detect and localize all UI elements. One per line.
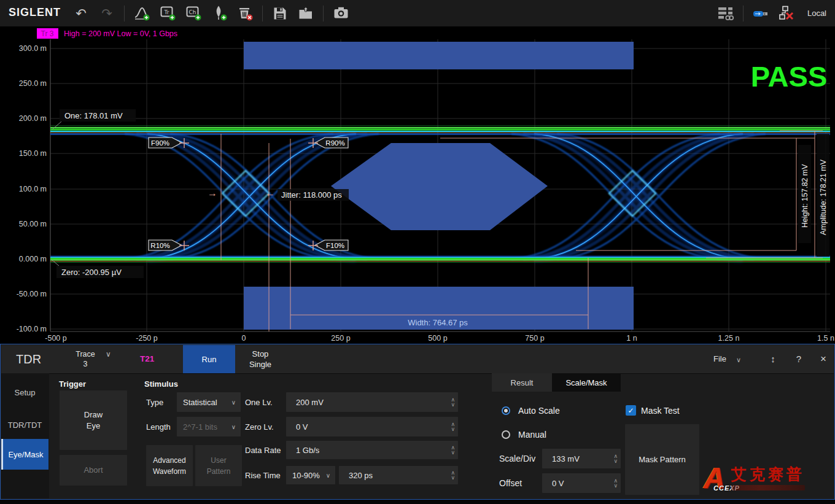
mask-regions [244, 42, 634, 330]
user-pattern-button[interactable]: User Pattern [195, 445, 242, 486]
tab-eye-mask[interactable]: Eye/Mask [1, 439, 49, 470]
x-tick: 0 [242, 334, 246, 343]
bottom-strip [0, 500, 835, 504]
eye-diagram-plot: 300.0 m 250.0 m 200.0 m 150.0 m 100.0 m … [0, 26, 835, 344]
width-annotation: Width: 764.67 ps [408, 318, 468, 327]
screenshot-icon[interactable] [332, 5, 349, 22]
chevron-down-icon: ∨ [326, 472, 330, 479]
length-dropdown[interactable]: 2^7-1 bits ∨ [177, 417, 241, 436]
tab-scale-mask[interactable]: Scale/Mask [552, 373, 621, 392]
undo-icon[interactable]: ↶ [72, 5, 90, 22]
redo-icon[interactable]: ↷ [98, 5, 115, 22]
marker-f90-label[interactable]: F90% [151, 139, 169, 147]
file-menu[interactable]: File [713, 345, 726, 373]
marker-f10-label[interactable]: F10% [326, 242, 344, 249]
stepper-arrows-icon[interactable]: ∧∨ [451, 467, 455, 484]
panel-header: TDR Trace 3 ∨ T21 Run Stop Single File ∨… [1, 345, 834, 374]
marker-r90-label[interactable]: R90% [325, 139, 344, 147]
one-level-input[interactable]: 200 mV ∧∨ [286, 392, 458, 412]
offset-label: Offset [499, 473, 522, 493]
zero-level-annotation: Zero: -200.95 µV [61, 268, 122, 277]
length-label: Length [146, 417, 171, 436]
y-tick: 300.0 m [19, 44, 47, 53]
manual-label: Manual [518, 427, 546, 443]
mask-test-checkbox[interactable]: ✓ [626, 405, 636, 416]
usb-icon [752, 5, 769, 22]
y-tick: 0.000 m [19, 255, 47, 263]
offset-input[interactable]: 0 V ∧∨ [542, 473, 621, 493]
run-button[interactable]: Run [183, 345, 235, 373]
stepper-arrows-icon[interactable]: ∧∨ [613, 449, 618, 468]
trace-id-label[interactable]: T21 [140, 345, 154, 373]
chevron-down-icon: ∨ [736, 346, 741, 374]
rise-time-input[interactable]: 320 ps ∧∨ [339, 466, 458, 484]
x-tick: 1.5 n [817, 334, 834, 343]
stepper-arrows-icon[interactable]: ∧∨ [451, 441, 455, 459]
draw-eye-button[interactable]: Draw Eye [60, 390, 127, 450]
stepper-arrows-icon[interactable]: ∧∨ [451, 393, 455, 411]
add-marker-icon[interactable] [211, 5, 228, 22]
data-rate-input[interactable]: 1 Gb/s ∧∨ [286, 441, 458, 459]
zero-level-band [50, 257, 830, 263]
accexp-watermark: A CCEXP 艾克赛普 [704, 459, 833, 497]
rise-time-range-value: 10-90% [292, 471, 320, 480]
accexp-tagline-bar [731, 485, 805, 490]
toolbar-divider [262, 6, 263, 21]
y-tick: -100.0 m [17, 325, 47, 333]
marker-r10-label[interactable]: R10% [150, 242, 169, 249]
advanced-waveform-button[interactable]: Advanced Waveform [146, 445, 193, 486]
session-layout-icon[interactable] [717, 5, 734, 22]
x-tick: 500 p [428, 334, 447, 343]
rise-time-range-dropdown[interactable]: 10-90% ∨ [286, 466, 335, 484]
save-icon[interactable] [271, 5, 289, 22]
delete-trace-icon[interactable] [236, 5, 254, 22]
rise-time-value: 320 ps [349, 471, 373, 480]
jitter-arrow-left: ← [265, 188, 275, 198]
add-channel-icon[interactable]: Ch [185, 5, 202, 22]
resize-panel-icon[interactable]: ↕ [766, 345, 780, 373]
stepper-arrows-icon[interactable]: ∧∨ [451, 417, 455, 436]
siglent-logo: SIGLENT [9, 6, 61, 19]
checkmark-icon: ✓ [627, 406, 634, 415]
stop-single-button[interactable]: Stop Single [239, 345, 281, 373]
open-file-icon[interactable] [297, 5, 314, 22]
abort-button[interactable]: Abort [60, 455, 127, 486]
auto-scale-radio[interactable] [502, 406, 510, 415]
close-panel-icon[interactable]: × [817, 345, 830, 373]
connection-status[interactable]: Local [807, 9, 826, 18]
top-toolbar: SIGLENT ↶ ↷ Tr Ch [0, 0, 835, 27]
tab-result[interactable]: Result [492, 373, 552, 392]
type-dropdown[interactable]: Statistical ∨ [177, 392, 241, 412]
stimulus-group-title: Stimulus [144, 379, 178, 389]
chevron-down-icon: ∨ [231, 424, 236, 430]
trigger-group-title: Trigger [59, 379, 86, 389]
offset-value: 0 V [552, 479, 564, 488]
x-tick: 250 p [331, 334, 350, 343]
scale-div-input[interactable]: 133 mV ∧∨ [542, 449, 621, 468]
help-icon[interactable]: ? [792, 345, 806, 373]
manual-radio[interactable] [502, 430, 510, 439]
app-title: TDR [16, 345, 41, 373]
zero-level-input[interactable]: 0 V ∧∨ [286, 417, 458, 436]
zero-level-label: Zero Lv. [245, 417, 274, 436]
add-function-icon[interactable] [133, 5, 150, 22]
y-tick: 50.00 m [19, 220, 47, 228]
y-tick: 100.0 m [19, 185, 47, 193]
auto-scale-label: Auto Scale [518, 403, 560, 419]
trace-selector[interactable]: Trace 3 [65, 345, 106, 373]
tdr-application-window: SIGLENT ↶ ↷ Tr Ch [0, 0, 835, 504]
y-axis-labels: 300.0 m 250.0 m 200.0 m 150.0 m 100.0 m … [17, 44, 47, 333]
add-trace-icon[interactable]: Tr [159, 5, 176, 22]
one-level-value: 200 mV [296, 398, 324, 407]
mask-test-label: Mask Test [641, 403, 680, 419]
stepper-arrows-icon[interactable]: ∧∨ [613, 474, 618, 492]
mask-pattern-button[interactable]: Mask Pattern [625, 424, 699, 495]
x-tick: 1.25 n [718, 334, 740, 343]
tab-setup[interactable]: Setup [1, 379, 49, 406]
y-tick: 150.0 m [19, 149, 47, 158]
tab-tdr-tdt[interactable]: TDR/TDT [1, 411, 49, 438]
mask-top-region [244, 42, 634, 69]
y-tick: 200.0 m [19, 114, 47, 123]
scale-div-label: Scale/Div [499, 449, 535, 468]
trace-badge-label: Tr 3 [41, 29, 54, 38]
